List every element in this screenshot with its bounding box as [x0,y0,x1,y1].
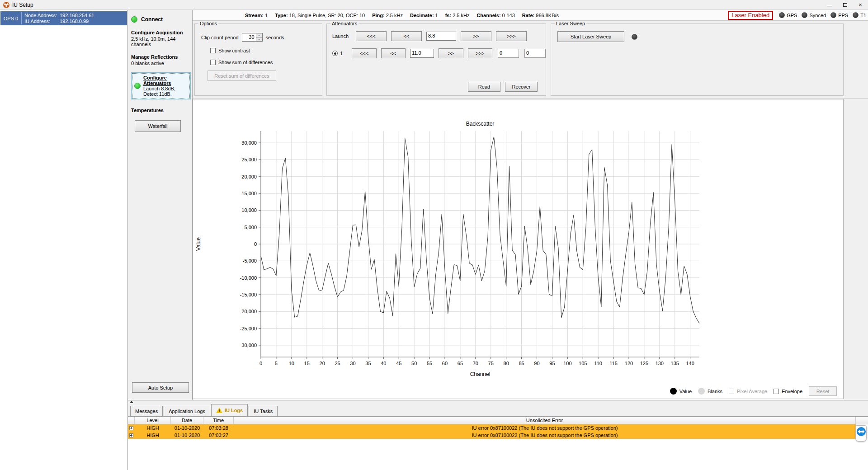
status-segment: Stream:1 [245,13,268,18]
clip-count-up-icon[interactable]: ▲ [256,33,262,37]
control-groups-row: Options Clip count period 30 ▲ ▼ [193,21,868,99]
log-level: HIGH [135,432,171,439]
log-row[interactable]: HIGH01-10-202007:03:27IU error 0x8710002… [128,432,856,439]
step-up-3-button[interactable]: >>> [468,48,492,58]
tab-iu-tasks[interactable]: IU Tasks [249,406,278,416]
nav-item[interactable]: Configure Acquisition2.5 kHz, 10.0m, 144… [131,30,191,47]
status-segment-label: Ping: [372,13,385,18]
indicator-label: Synced [809,13,826,18]
pixel-average-option[interactable]: Pixel Average [729,389,767,394]
attenuator-row: 1<<<<<11.0>>>>>00 [332,48,546,58]
step-up-1-button[interactable]: >> [439,48,463,58]
nav-item[interactable]: Manage Reflections0 blanks active [131,54,191,66]
attenuation-value-field[interactable]: 8.8 [426,32,456,41]
indicator-label: PPS [838,13,848,18]
attenuation-value-field[interactable]: 11.0 [410,49,434,58]
step-down-3-button[interactable]: <<< [356,31,387,41]
svg-text:115: 115 [609,361,618,366]
minimize-button[interactable] [822,0,837,9]
nav-item-selected[interactable]: Configure AttenuatorsLaunch 8.8dB, Detec… [131,72,191,99]
remote-access-icon [856,427,866,437]
attenuator-row-label: 1 [332,51,347,56]
checkbox[interactable] [210,60,216,65]
svg-text:125: 125 [640,361,648,366]
status-segment-label: fs: [445,13,451,18]
reset-sum-of-differences-button[interactable]: Reset sum of differences [208,70,276,81]
option-row[interactable]: Show contrast [210,48,322,53]
read-button[interactable]: Read [468,82,500,92]
step-down-3-button[interactable]: <<< [352,48,376,58]
attenuators-group: Attenuators Launch<<<<<8.8>>>>>1<<<<<11.… [326,24,546,96]
svg-text:15: 15 [304,361,310,366]
step-down-1-button[interactable]: << [381,48,406,58]
column-header-Time[interactable]: Time [203,417,234,424]
clip-count-stepper[interactable]: 30 ▲ ▼ [242,33,263,42]
status-segment: Type:18, Single Pulse, SR: 20, OCP: 10 [275,13,365,18]
app-window: IU Setup × OPS 0Node Address:192.168.254… [0,0,868,470]
status-segment: Ping:2.5 kHz [372,13,403,18]
svg-text:10,000: 10,000 [241,207,257,213]
attenuator-radio[interactable] [332,51,338,56]
nav-item[interactable]: Temperatures [131,108,191,113]
expand-icon[interactable] [129,433,133,437]
tab-iu-logs[interactable]: IU Logs [211,404,248,416]
step-up-3-button[interactable]: >>> [496,31,527,41]
legend-item-blanks[interactable]: Blanks [698,388,722,395]
svg-text:0: 0 [254,241,257,247]
svg-text:0: 0 [259,361,262,366]
log-row[interactable]: HIGH01-10-202007:03:28IU error 0x8710002… [128,424,856,432]
legend-dot-icon [670,388,677,395]
recover-button[interactable]: Recover [505,82,538,92]
tab-application-logs[interactable]: Application Logs [164,406,210,416]
svg-text:120: 120 [625,361,633,366]
clip-count-down-icon[interactable]: ▼ [256,37,262,41]
device-row[interactable]: OPS 0Node Address:192.168.254.61IU Addre… [0,11,127,25]
log-splitter[interactable] [128,400,868,404]
auto-setup-button[interactable]: Auto Setup [132,382,189,393]
svg-text:5: 5 [275,361,278,366]
pixel-average-checkbox[interactable] [729,389,734,394]
column-header-Date[interactable]: Date [171,417,203,424]
svg-text:45: 45 [396,361,401,366]
svg-text:95: 95 [549,361,555,366]
column-header-Unsolicited Error[interactable]: Unsolicited Error [234,417,856,424]
start-laser-sweep-button[interactable]: Start Laser Sweep [557,31,624,42]
nav-item-connect[interactable]: Connect [131,16,191,23]
minimize-icon [827,6,832,6]
close-button[interactable]: × [853,0,868,9]
maximize-button[interactable] [837,0,853,9]
tab-messages[interactable]: Messages [130,406,163,416]
envelope-checkbox[interactable] [774,389,779,394]
attenuator-readback-field[interactable]: 0 [498,49,519,58]
envelope-option[interactable]: Envelope [774,389,802,394]
status-segment-label: Channels: [476,13,500,18]
expand-icon[interactable] [129,426,133,430]
waterfall-button[interactable]: Waterfall [135,120,181,132]
remote-access-widget[interactable] [855,425,867,442]
step-up-1-button[interactable]: >> [461,31,491,41]
column-header-expand[interactable] [128,417,135,424]
indicator-dot-icon [830,12,836,18]
svg-text:60: 60 [442,361,448,366]
device-name: OPS 0 [0,11,21,25]
column-header-Level[interactable]: Level [135,417,171,424]
warning-icon [216,408,222,413]
device-list-panel: OPS 0Node Address:192.168.254.61IU Addre… [0,10,128,470]
svg-text:110: 110 [594,361,602,366]
step-down-1-button[interactable]: << [391,31,422,41]
log-panel: MessagesApplication LogsIU LogsIU Tasks … [128,400,868,470]
close-icon: × [859,2,862,8]
options-group-title: Options [198,21,218,26]
chart-reset-button[interactable]: Reset [809,386,837,396]
laser-enabled-indicator: Laser Enabled [728,11,773,20]
checkbox[interactable] [210,48,216,53]
legend-item-value[interactable]: Value [670,388,692,395]
app-icon [3,1,10,9]
indicator-dot-icon [853,12,859,18]
svg-text:50: 50 [411,361,417,366]
attenuator-readback-field[interactable]: 0 [524,49,546,58]
option-row[interactable]: Show sum of differences [210,60,322,65]
svg-text:-10,000: -10,000 [240,275,257,281]
status-segment-value: 1 [435,13,438,18]
indicator-label: GPS [787,13,797,18]
